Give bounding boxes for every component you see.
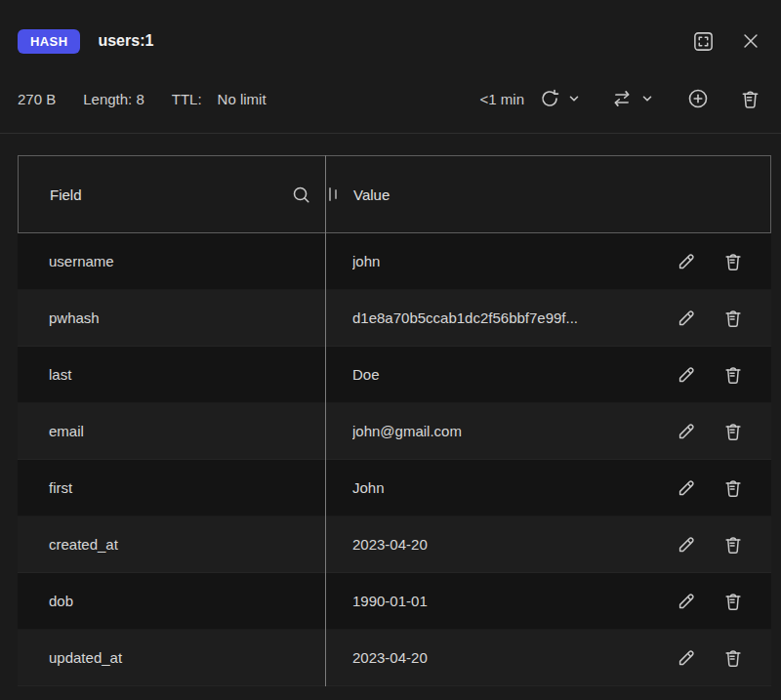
value-text: john@gmail.com — [352, 423, 462, 439]
value-cell: 2023-04-20 — [325, 534, 771, 556]
format-switcher-icon[interactable] — [606, 87, 637, 110]
key-stats-bar: 270 B Length: 8 TTL: No limit <1 min — [0, 84, 781, 113]
value-column-header: Value — [326, 156, 770, 232]
pencil-edit-icon[interactable] — [676, 251, 697, 272]
row-actions — [676, 647, 744, 669]
table-row[interactable]: created_at 2023-04-20 — [18, 516, 771, 573]
pencil-edit-icon[interactable] — [676, 534, 697, 556]
key-size: 270 B — [18, 91, 56, 107]
pencil-edit-icon[interactable] — [676, 364, 697, 386]
trash-icon[interactable] — [722, 421, 744, 442]
search-icon[interactable] — [290, 184, 312, 206]
trash-icon[interactable] — [722, 308, 744, 329]
delete-key-trash-icon[interactable] — [739, 88, 761, 110]
value-text: Doe — [352, 366, 380, 383]
last-refresh-time: <1 min — [480, 91, 524, 107]
pencil-edit-icon[interactable] — [676, 647, 697, 669]
value-cell: 2023-04-20 — [325, 647, 771, 669]
pencil-edit-icon[interactable] — [676, 308, 697, 329]
table-row[interactable]: pwhash d1e8a70b5ccab1dc2f56bbf7e99f... — [18, 290, 771, 347]
field-cell: pwhash — [18, 309, 325, 326]
trash-icon[interactable] — [722, 647, 744, 669]
section-divider — [0, 133, 781, 134]
close-icon[interactable] — [740, 30, 761, 52]
field-cell: email — [18, 423, 325, 439]
field-cell: updated_at — [18, 649, 325, 666]
field-cell: username — [18, 253, 325, 269]
column-resize-handle[interactable] — [329, 187, 337, 201]
value-header-label: Value — [353, 186, 390, 203]
key-name-title: users:1 — [98, 32, 153, 50]
table-row[interactable]: username john — [18, 233, 771, 290]
table-header-row: Field Value — [18, 155, 771, 233]
row-actions — [676, 477, 744, 499]
trash-icon[interactable] — [722, 477, 744, 499]
field-cell: dob — [18, 593, 325, 609]
field-cell: created_at — [18, 536, 325, 553]
table-row[interactable]: email john@gmail.com — [18, 403, 771, 460]
value-cell: d1e8a70b5ccab1dc2f56bbf7e99f... — [325, 308, 771, 329]
field-cell: first — [18, 479, 325, 496]
key-actions: <1 min — [480, 87, 761, 110]
field-header-label: Field — [50, 186, 82, 203]
pencil-edit-icon[interactable] — [676, 477, 697, 499]
value-text: John — [352, 479, 385, 496]
column-divider — [325, 155, 326, 686]
row-actions — [676, 534, 744, 556]
field-column-header: Field — [19, 156, 326, 232]
hash-fields-table: Field Value username john — [18, 155, 771, 686]
key-length: Length: 8 — [83, 91, 144, 107]
pencil-edit-icon[interactable] — [676, 591, 697, 612]
field-cell: last — [18, 366, 325, 383]
value-cell: 1990-01-01 — [325, 591, 771, 612]
refresh-icon[interactable] — [538, 87, 561, 110]
row-actions — [676, 591, 744, 612]
add-field-plus-circle-icon[interactable] — [686, 87, 710, 110]
table-row[interactable]: last Doe — [18, 347, 771, 403]
trash-icon[interactable] — [722, 364, 744, 386]
trash-icon[interactable] — [722, 534, 744, 556]
value-cell: john@gmail.com — [325, 421, 771, 442]
trash-icon[interactable] — [722, 251, 744, 272]
value-text: 2023-04-20 — [352, 536, 428, 553]
value-cell: John — [325, 477, 771, 499]
value-cell: Doe — [325, 364, 771, 386]
ttl-value: No limit — [218, 91, 267, 107]
value-cell: john — [325, 251, 771, 272]
chevron-down-icon[interactable] — [641, 93, 653, 104]
row-actions — [676, 308, 744, 329]
value-text: d1e8a70b5ccab1dc2f56bbf7e99f... — [352, 309, 578, 326]
value-text: 2023-04-20 — [352, 649, 428, 666]
chevron-down-icon[interactable] — [568, 93, 580, 104]
row-actions — [676, 364, 744, 386]
key-details-titlebar: HASH users:1 — [0, 0, 781, 55]
table-body: username john pwhash d1e8a70b5ccab1dc2f5… — [18, 233, 771, 686]
value-text: john — [352, 253, 380, 269]
pencil-edit-icon[interactable] — [676, 421, 697, 442]
trash-icon[interactable] — [722, 591, 744, 612]
table-row[interactable]: first John — [18, 460, 771, 516]
value-text: 1990-01-01 — [352, 593, 428, 609]
ttl-label: TTL: — [172, 91, 202, 107]
table-row[interactable]: dob 1990-01-01 — [18, 573, 771, 630]
key-type-badge: HASH — [18, 29, 80, 54]
table-row[interactable]: updated_at 2023-04-20 — [18, 630, 771, 686]
row-actions — [676, 251, 744, 272]
fullscreen-icon[interactable] — [692, 30, 715, 53]
row-actions — [676, 421, 744, 442]
